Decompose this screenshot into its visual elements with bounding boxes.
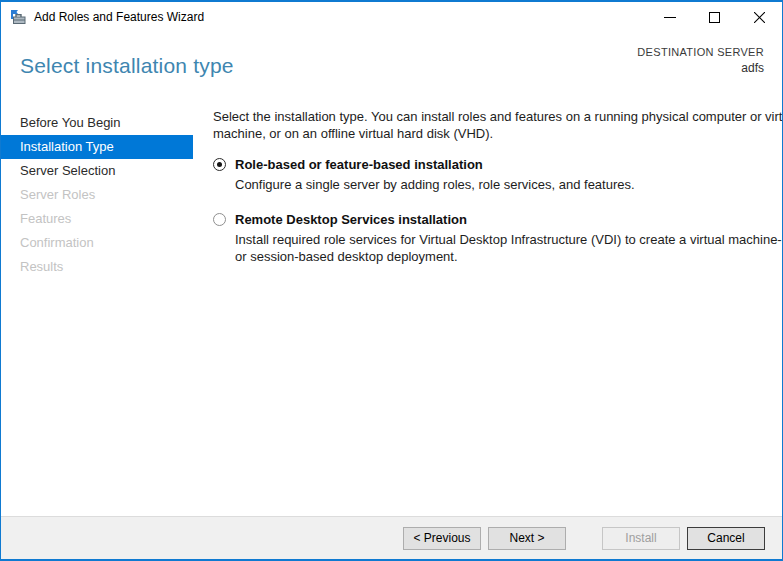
sidebar-item-server-selection[interactable]: Server Selection — [1, 159, 193, 183]
page-title: Select installation type — [20, 54, 234, 78]
destination-server-block: DESTINATION SERVER adfs — [637, 46, 764, 75]
sidebar-item-before-you-begin[interactable]: Before You Begin — [1, 111, 193, 135]
option-remote-desktop-label[interactable]: Remote Desktop Services installation — [235, 212, 467, 227]
option-role-based-label[interactable]: Role-based or feature-based installation — [235, 157, 483, 172]
radio-role-based-selected[interactable] — [213, 158, 226, 171]
desc-line: Configure a single server by adding role… — [235, 176, 783, 193]
main-content: Select the installation type. You can in… — [193, 97, 783, 516]
server-manager-toolbox-icon — [10, 9, 26, 25]
caption-buttons — [647, 2, 782, 32]
sidebar-item-features: Features — [1, 207, 193, 231]
wizard-body: Before You Begin Installation Type Serve… — [1, 97, 782, 516]
destination-server-name: adfs — [637, 61, 764, 75]
minimize-icon[interactable] — [647, 2, 692, 32]
install-button: Install — [602, 527, 680, 550]
desc-line: Install required role services for Virtu… — [235, 231, 783, 248]
destination-server-label: DESTINATION SERVER — [637, 46, 764, 58]
sidebar-item-confirmation: Confirmation — [1, 231, 193, 255]
cancel-button[interactable]: Cancel — [687, 527, 765, 550]
option-remote-desktop: Remote Desktop Services installation Ins… — [213, 212, 783, 265]
close-icon[interactable] — [737, 2, 782, 32]
wizard-steps-sidebar: Before You Begin Installation Type Serve… — [1, 97, 193, 516]
option-role-based: Role-based or feature-based installation… — [213, 157, 783, 193]
window-title: Add Roles and Features Wizard — [34, 10, 204, 24]
sidebar-item-results: Results — [1, 255, 193, 279]
page-header: Select installation type DESTINATION SER… — [1, 32, 782, 97]
sidebar-item-server-roles: Server Roles — [1, 183, 193, 207]
intro-line: machine, or on an offline virtual hard d… — [213, 125, 783, 142]
intro-text: Select the installation type. You can in… — [213, 108, 783, 142]
intro-line: Select the installation type. You can in… — [213, 108, 783, 125]
maximize-icon[interactable] — [692, 2, 737, 32]
wizard-window: Add Roles and Features Wizard Select ins… — [0, 0, 783, 561]
sidebar-item-installation-type[interactable]: Installation Type — [1, 135, 193, 159]
option-remote-desktop-head[interactable]: Remote Desktop Services installation — [213, 212, 783, 227]
desc-line: or session-based desktop deployment. — [235, 248, 783, 265]
previous-button[interactable]: < Previous — [403, 527, 481, 550]
option-remote-desktop-description: Install required role services for Virtu… — [235, 231, 783, 265]
next-button[interactable]: Next > — [488, 527, 566, 550]
radio-remote-desktop-unselected[interactable] — [213, 213, 226, 226]
wizard-footer: < Previous Next > Install Cancel — [1, 516, 782, 559]
option-role-based-description: Configure a single server by adding role… — [235, 176, 783, 193]
title-bar[interactable]: Add Roles and Features Wizard — [1, 2, 782, 32]
option-role-based-head[interactable]: Role-based or feature-based installation — [213, 157, 783, 172]
